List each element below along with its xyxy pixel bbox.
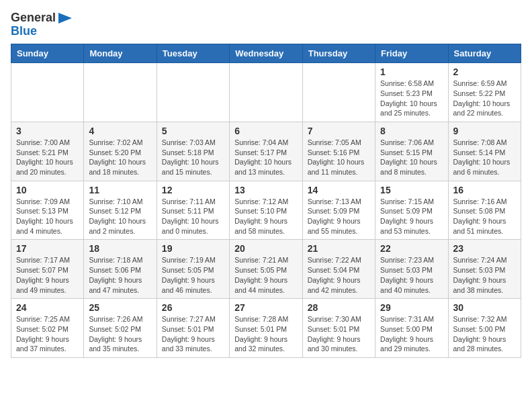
header-row: SundayMondayTuesdayWednesdayThursdayFrid… — [11, 44, 521, 63]
calendar-cell: 21Sunrise: 7:22 AM Sunset: 5:04 PM Dayli… — [302, 240, 375, 299]
day-info: Sunrise: 7:17 AM Sunset: 5:07 PM Dayligh… — [16, 255, 79, 295]
calendar-cell: 26Sunrise: 7:27 AM Sunset: 5:01 PM Dayli… — [157, 299, 229, 358]
day-info: Sunrise: 7:25 AM Sunset: 5:02 PM Dayligh… — [16, 314, 79, 354]
day-number: 14 — [308, 185, 370, 195]
day-info: Sunrise: 7:09 AM Sunset: 5:13 PM Dayligh… — [16, 197, 79, 236]
day-number: 10 — [16, 185, 79, 195]
header-thursday: Thursday — [302, 44, 375, 63]
day-number: 21 — [308, 243, 370, 254]
day-info: Sunrise: 7:27 AM Sunset: 5:01 PM Dayligh… — [162, 314, 224, 354]
header-friday: Friday — [375, 44, 448, 63]
calendar-cell: 20Sunrise: 7:21 AM Sunset: 5:05 PM Dayli… — [230, 240, 302, 299]
day-number: 7 — [308, 126, 370, 136]
calendar-cell: 24Sunrise: 7:25 AM Sunset: 5:02 PM Dayli… — [11, 299, 84, 358]
day-number: 8 — [380, 126, 443, 136]
logo-text: General Blue — [11, 11, 72, 38]
day-info: Sunrise: 7:32 AM Sunset: 5:00 PM Dayligh… — [453, 314, 516, 354]
day-number: 28 — [308, 302, 370, 313]
day-number: 15 — [380, 185, 443, 195]
day-number: 17 — [16, 243, 79, 254]
day-number: 24 — [16, 302, 79, 313]
calendar-cell: 18Sunrise: 7:18 AM Sunset: 5:06 PM Dayli… — [84, 240, 157, 299]
day-info: Sunrise: 7:23 AM Sunset: 5:03 PM Dayligh… — [380, 255, 443, 295]
day-number: 30 — [453, 302, 516, 313]
calendar-cell: 4Sunrise: 7:02 AM Sunset: 5:20 PM Daylig… — [84, 122, 157, 181]
day-info: Sunrise: 7:28 AM Sunset: 5:01 PM Dayligh… — [234, 314, 297, 354]
day-info: Sunrise: 6:59 AM Sunset: 5:22 PM Dayligh… — [453, 79, 516, 118]
day-info: Sunrise: 7:06 AM Sunset: 5:15 PM Dayligh… — [380, 138, 443, 177]
header-tuesday: Tuesday — [157, 44, 229, 63]
calendar-cell: 14Sunrise: 7:13 AM Sunset: 5:09 PM Dayli… — [302, 181, 375, 240]
week-row-3: 10Sunrise: 7:09 AM Sunset: 5:13 PM Dayli… — [11, 181, 521, 240]
calendar-cell: 13Sunrise: 7:12 AM Sunset: 5:10 PM Dayli… — [230, 181, 302, 240]
calendar-cell: 29Sunrise: 7:31 AM Sunset: 5:00 PM Dayli… — [375, 299, 448, 358]
day-info: Sunrise: 7:22 AM Sunset: 5:04 PM Dayligh… — [308, 255, 370, 295]
calendar-cell: 1Sunrise: 6:58 AM Sunset: 5:23 PM Daylig… — [375, 63, 448, 122]
week-row-2: 3Sunrise: 7:00 AM Sunset: 5:21 PM Daylig… — [11, 122, 521, 181]
day-info: Sunrise: 7:21 AM Sunset: 5:05 PM Dayligh… — [234, 255, 297, 295]
calendar-cell: 5Sunrise: 7:03 AM Sunset: 5:18 PM Daylig… — [157, 122, 229, 181]
day-number: 27 — [234, 302, 297, 313]
day-number: 3 — [16, 126, 79, 136]
calendar-cell: 10Sunrise: 7:09 AM Sunset: 5:13 PM Dayli… — [11, 181, 84, 240]
day-info: Sunrise: 7:12 AM Sunset: 5:10 PM Dayligh… — [234, 197, 297, 236]
calendar-cell: 30Sunrise: 7:32 AM Sunset: 5:00 PM Dayli… — [448, 299, 521, 358]
calendar-cell — [84, 63, 157, 122]
day-info: Sunrise: 7:08 AM Sunset: 5:14 PM Dayligh… — [453, 138, 516, 177]
calendar-cell: 6Sunrise: 7:04 AM Sunset: 5:17 PM Daylig… — [230, 122, 302, 181]
calendar-cell: 23Sunrise: 7:24 AM Sunset: 5:03 PM Dayli… — [448, 240, 521, 299]
header-monday: Monday — [84, 44, 157, 63]
calendar-cell: 16Sunrise: 7:16 AM Sunset: 5:08 PM Dayli… — [448, 181, 521, 240]
day-number: 25 — [89, 302, 151, 313]
day-number: 1 — [380, 66, 443, 77]
day-info: Sunrise: 6:58 AM Sunset: 5:23 PM Dayligh… — [380, 79, 443, 118]
day-info: Sunrise: 7:11 AM Sunset: 5:11 PM Dayligh… — [162, 197, 224, 236]
calendar-table: SundayMondayTuesdayWednesdayThursdayFrid… — [11, 44, 521, 358]
day-number: 29 — [380, 302, 443, 313]
day-info: Sunrise: 7:18 AM Sunset: 5:06 PM Dayligh… — [89, 255, 151, 295]
day-info: Sunrise: 7:26 AM Sunset: 5:02 PM Dayligh… — [89, 314, 151, 354]
calendar-cell: 28Sunrise: 7:30 AM Sunset: 5:01 PM Dayli… — [302, 299, 375, 358]
page-header: General Blue — [11, 11, 521, 38]
calendar-cell — [157, 63, 229, 122]
day-number: 26 — [162, 302, 224, 313]
calendar-cell — [230, 63, 302, 122]
day-number: 16 — [453, 185, 516, 195]
day-number: 22 — [380, 243, 443, 254]
day-info: Sunrise: 7:03 AM Sunset: 5:18 PM Dayligh… — [162, 138, 224, 177]
day-info: Sunrise: 7:31 AM Sunset: 5:00 PM Dayligh… — [380, 314, 443, 354]
day-number: 5 — [162, 126, 224, 136]
calendar-cell: 2Sunrise: 6:59 AM Sunset: 5:22 PM Daylig… — [448, 63, 521, 122]
calendar-cell: 11Sunrise: 7:10 AM Sunset: 5:12 PM Dayli… — [84, 181, 157, 240]
day-number: 2 — [453, 66, 516, 77]
logo-general: General — [11, 11, 56, 26]
header-saturday: Saturday — [448, 44, 521, 63]
week-row-1: 1Sunrise: 6:58 AM Sunset: 5:23 PM Daylig… — [11, 63, 521, 122]
day-info: Sunrise: 7:00 AM Sunset: 5:21 PM Dayligh… — [16, 138, 79, 177]
calendar-cell: 25Sunrise: 7:26 AM Sunset: 5:02 PM Dayli… — [84, 299, 157, 358]
calendar-cell — [302, 63, 375, 122]
day-info: Sunrise: 7:13 AM Sunset: 5:09 PM Dayligh… — [308, 197, 370, 236]
day-number: 9 — [453, 126, 516, 136]
logo: General Blue — [11, 11, 72, 38]
day-number: 12 — [162, 185, 224, 195]
day-number: 6 — [234, 126, 297, 136]
day-number: 11 — [89, 185, 151, 195]
logo-blue: Blue — [11, 24, 37, 39]
day-info: Sunrise: 7:30 AM Sunset: 5:01 PM Dayligh… — [308, 314, 370, 354]
calendar-cell: 3Sunrise: 7:00 AM Sunset: 5:21 PM Daylig… — [11, 122, 84, 181]
day-info: Sunrise: 7:10 AM Sunset: 5:12 PM Dayligh… — [89, 197, 151, 236]
calendar-header: SundayMondayTuesdayWednesdayThursdayFrid… — [11, 44, 521, 63]
day-number: 4 — [89, 126, 151, 136]
logo-arrow-icon — [58, 13, 72, 24]
calendar-cell: 7Sunrise: 7:05 AM Sunset: 5:16 PM Daylig… — [302, 122, 375, 181]
day-number: 19 — [162, 243, 224, 254]
calendar-cell: 27Sunrise: 7:28 AM Sunset: 5:01 PM Dayli… — [230, 299, 302, 358]
day-info: Sunrise: 7:24 AM Sunset: 5:03 PM Dayligh… — [453, 255, 516, 295]
day-info: Sunrise: 7:02 AM Sunset: 5:20 PM Dayligh… — [89, 138, 151, 177]
header-sunday: Sunday — [11, 44, 84, 63]
week-row-5: 24Sunrise: 7:25 AM Sunset: 5:02 PM Dayli… — [11, 299, 521, 358]
calendar-cell — [11, 63, 84, 122]
day-info: Sunrise: 7:05 AM Sunset: 5:16 PM Dayligh… — [308, 138, 370, 177]
day-number: 23 — [453, 243, 516, 254]
